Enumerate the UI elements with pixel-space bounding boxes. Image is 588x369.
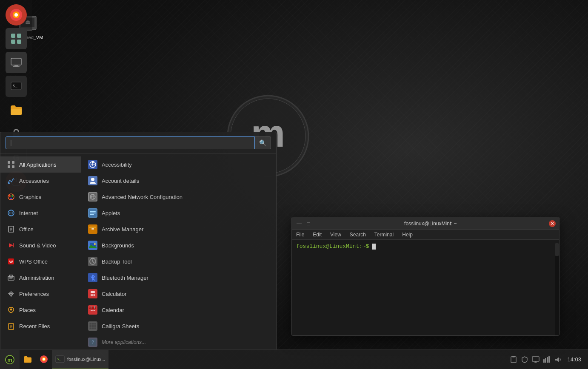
terminal-body[interactable]: fosslinux@LinuxMint:~$ — [292, 240, 559, 335]
terminal-close-button[interactable]: ✕ — [549, 220, 556, 227]
terminal-menu-search[interactable]: Search — [345, 230, 370, 239]
svg-rect-71 — [90, 214, 94, 215]
svg-marker-40 — [9, 243, 13, 247]
category-all-applications[interactable]: All Applications — [0, 156, 81, 173]
terminal-menu-view[interactable]: View — [326, 230, 345, 239]
accessibility-label: Accessibility — [102, 162, 132, 168]
terminal-menu-help[interactable]: Help — [398, 230, 417, 239]
category-wps-office[interactable]: W WPS Office — [0, 253, 81, 270]
tray-icon-clipboard[interactable] — [508, 355, 519, 365]
app-calendar[interactable]: Calendar — [81, 302, 276, 318]
app-menu: 🔍 All Applications — [0, 132, 277, 349]
taskbar-app-files[interactable] — [20, 350, 36, 369]
terminal-menu-file[interactable]: File — [292, 230, 308, 239]
terminal-controls: — □ — [295, 220, 312, 227]
terminal-window: — □ fosslinux@LinuxMint: ~ ✕ File Edit V… — [291, 217, 559, 336]
svg-rect-117 — [543, 359, 545, 363]
category-recent-files[interactable]: Recent Files — [0, 318, 81, 334]
svg-point-108 — [43, 358, 45, 360]
graphics-icon — [6, 192, 16, 202]
svg-point-28 — [8, 182, 10, 184]
svg-rect-74 — [91, 228, 94, 230]
category-internet[interactable]: Internet — [0, 205, 81, 221]
svg-rect-27 — [12, 165, 14, 168]
app-calligra[interactable]: Calligra Sheets — [81, 318, 276, 334]
taskbar-app-terminal[interactable]: $_ fosslinux@Linux... — [52, 350, 108, 369]
category-preferences[interactable]: Preferences — [0, 286, 81, 302]
app-backup[interactable]: Backup Tool — [81, 253, 276, 270]
categories-panel: All Applications Accessories — [0, 154, 81, 349]
svg-rect-26 — [8, 165, 10, 168]
search-input[interactable] — [6, 136, 255, 149]
app-backgrounds[interactable]: Backgrounds — [81, 237, 276, 253]
category-accessories[interactable]: Accessories — [0, 173, 81, 189]
tray-icon-shield[interactable] — [519, 355, 530, 365]
svg-rect-82 — [91, 294, 92, 295]
category-office[interactable]: Office — [0, 221, 81, 237]
svg-point-63 — [91, 178, 94, 181]
terminal-maximize-button[interactable]: □ — [305, 220, 312, 227]
svg-rect-24 — [8, 161, 10, 164]
tray-icon-network[interactable] — [542, 355, 552, 365]
tray-icon-volume[interactable] — [553, 355, 563, 365]
more-app-icon-1: ? — [88, 338, 97, 347]
app-bluetooth[interactable]: Bluetooth Manager — [81, 270, 276, 286]
system-clock[interactable]: 14:03 — [564, 356, 585, 363]
calculator-label: Calculator — [102, 291, 127, 297]
app-more-1[interactable]: ? More applications... — [81, 334, 276, 349]
dock-apps-grid[interactable] — [6, 28, 27, 49]
svg-point-31 — [11, 195, 13, 197]
category-sound-video-label: Sound & Video — [19, 242, 56, 249]
taskbar-app-firefox[interactable] — [36, 350, 52, 369]
accessibility-app-icon — [88, 160, 97, 169]
terminal-scrollbar[interactable] — [555, 243, 559, 335]
dock-display[interactable] — [6, 52, 27, 73]
category-administration[interactable]: Administration — [0, 270, 81, 286]
taskbar: m $_ — [0, 349, 588, 369]
terminal-minimize-button[interactable]: — — [295, 220, 303, 227]
category-graphics-label: Graphics — [19, 194, 41, 200]
bluetooth-label: Bluetooth Manager — [102, 275, 148, 281]
mint-menu-button[interactable]: m — [0, 350, 20, 369]
terminal-scrollbar-thumb[interactable] — [555, 243, 559, 256]
app-calculator[interactable]: Calculator — [81, 286, 276, 302]
account-app-icon — [88, 176, 97, 185]
svg-rect-41 — [13, 243, 14, 247]
category-all-label: All Applications — [19, 162, 56, 168]
terminal-menu-terminal[interactable]: Terminal — [370, 230, 398, 239]
dock-firefox[interactable] — [6, 4, 27, 26]
dock-terminal[interactable]: $_ — [6, 76, 27, 97]
terminal-title: fosslinux@LinuxMint: ~ — [312, 221, 549, 227]
terminal-cursor — [372, 244, 376, 250]
svg-rect-81 — [91, 291, 95, 293]
dock-files[interactable] — [6, 99, 27, 121]
terminal-menu-edit[interactable]: Edit — [308, 230, 326, 239]
category-sound-video[interactable]: Sound & Video — [0, 237, 81, 253]
accessories-icon — [6, 176, 16, 185]
svg-rect-69 — [90, 211, 96, 212]
terminal-menubar: File Edit View Search Terminal Help — [292, 230, 559, 240]
calligra-app-icon — [88, 321, 97, 331]
network-app-icon — [88, 192, 97, 202]
svg-point-12 — [14, 13, 18, 17]
svg-text:m: m — [7, 357, 12, 363]
svg-text:?: ? — [91, 340, 94, 345]
office-icon — [6, 224, 16, 234]
category-graphics[interactable]: Graphics — [0, 189, 81, 205]
app-account[interactable]: Account details — [81, 173, 276, 189]
app-archive[interactable]: Archive Manager — [81, 221, 276, 237]
app-accessibility[interactable]: Accessibility — [81, 156, 276, 173]
svg-rect-86 — [92, 295, 94, 296]
app-applets[interactable]: Applets — [81, 205, 276, 221]
places-icon — [6, 305, 16, 315]
svg-rect-83 — [92, 294, 94, 295]
svg-rect-93 — [91, 310, 92, 311]
app-network[interactable]: Advanced Network Configuration — [81, 189, 276, 205]
applets-app-icon — [88, 208, 97, 218]
search-button[interactable]: 🔍 — [255, 136, 271, 149]
network-label: Advanced Network Configuration — [102, 194, 183, 200]
category-places[interactable]: Places — [0, 302, 81, 318]
svg-point-49 — [10, 293, 12, 295]
tray-icon-display[interactable] — [531, 355, 541, 365]
bluetooth-app-icon — [88, 273, 97, 282]
